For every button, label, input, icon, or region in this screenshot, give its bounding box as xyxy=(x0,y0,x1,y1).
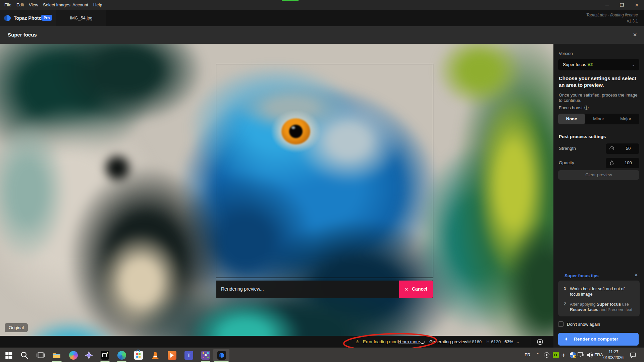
topaz-photo-taskbar-icon[interactable] xyxy=(217,351,226,360)
rendering-text: Rendering preview... xyxy=(221,286,264,292)
height-label: H xyxy=(486,339,489,344)
menu-edit[interactable]: Edit xyxy=(15,0,25,10)
settings-heading: Choose your settings and select an area … xyxy=(559,75,639,88)
opacity-value: 100 xyxy=(617,160,639,165)
statusbar-divider xyxy=(531,337,531,346)
zoom-level[interactable]: 63% xyxy=(504,339,513,344)
focus-boost-segmented-control: None Minor Major xyxy=(558,114,639,124)
focus-boost-minor[interactable]: Minor xyxy=(585,114,612,124)
warning-icon: ⚠ xyxy=(356,339,360,344)
tab-img-54[interactable]: IMG_54.jpg xyxy=(56,10,106,26)
node-editor-app-icon[interactable] xyxy=(201,351,210,360)
width-value: 8160 xyxy=(472,339,482,344)
teams-icon[interactable]: T xyxy=(184,351,193,360)
tip-1-number: 1 xyxy=(564,286,568,291)
loading-spinner-icon xyxy=(419,339,425,345)
movies-app-icon[interactable] xyxy=(168,351,176,360)
vlc-icon[interactable] xyxy=(151,351,160,360)
tips-title: Super focus tips xyxy=(565,273,599,278)
app-name: Topaz Photo xyxy=(14,15,42,21)
progress-indicator-bar xyxy=(282,0,299,1)
minimize-button-icon[interactable]: ─ xyxy=(600,0,614,10)
page-title: Super focus xyxy=(8,32,37,38)
rendering-status-bar: Rendering preview... ✕ Cancel xyxy=(216,281,433,298)
title-bar: File Edit View Select images Account Hel… xyxy=(0,0,644,10)
volume-tray-icon[interactable] xyxy=(586,352,593,358)
tab-bar: Topaz Photo Pro IMG_54.jpg TopazLabs - f… xyxy=(0,10,644,26)
tips-close-icon[interactable]: ✕ xyxy=(633,272,639,278)
close-panel-icon[interactable]: ✕ xyxy=(631,31,639,39)
edge-browser-icon[interactable] xyxy=(117,351,126,360)
menu-file[interactable]: File xyxy=(3,0,13,10)
task-view-icon[interactable] xyxy=(36,351,45,360)
focus-boost-label: Focus boost xyxy=(559,105,583,110)
info-icon[interactable]: ⓘ xyxy=(584,105,589,111)
opacity-label: Opacity xyxy=(559,160,574,165)
menu-account[interactable]: Account xyxy=(71,0,90,10)
sparkles-icon: ✦ xyxy=(564,336,569,342)
strength-input[interactable]: 50 xyxy=(606,143,639,154)
airplane-mode-icon[interactable]: ✈ xyxy=(561,352,566,358)
render-on-computer-button[interactable]: ✦ Render on computer xyxy=(558,333,639,346)
tip-2-text: After applying Super focus use Recover f… xyxy=(570,302,634,312)
license-text: TopazLabs - floating license xyxy=(586,13,638,17)
focus-boost-none[interactable]: None xyxy=(558,114,585,124)
file-explorer-icon[interactable] xyxy=(52,351,61,360)
license-version: v1.3.1 xyxy=(627,19,638,23)
start-button-icon[interactable] xyxy=(4,351,13,360)
status-bar: ⚠ Error loading model Learn more Generat… xyxy=(0,336,553,348)
search-icon[interactable] xyxy=(20,351,29,360)
topaz-logo-icon xyxy=(5,15,11,21)
tray-chevron-up-icon[interactable]: ⌃ xyxy=(536,352,539,357)
screen-record-tray-icon[interactable] xyxy=(544,352,549,358)
strength-label: Strength xyxy=(559,146,576,151)
tips-card: 1 Works best for soft and out of focus i… xyxy=(558,281,640,316)
chevron-down-icon: ⌄ xyxy=(632,59,635,70)
opacity-input[interactable]: 100 xyxy=(606,158,639,168)
clock-date: 01/03/2026 xyxy=(602,355,625,361)
ai-snip-app-icon[interactable]: ✦ xyxy=(101,351,109,360)
close-button-icon[interactable]: ✕ xyxy=(629,0,644,10)
dont-show-checkbox[interactable] xyxy=(558,321,564,327)
image-canvas[interactable]: Rendering preview... ✕ Cancel Original xyxy=(0,44,553,336)
width-label: W xyxy=(467,339,471,344)
menu-view[interactable]: View xyxy=(28,0,40,10)
security-shield-icon[interactable] xyxy=(570,352,576,358)
learn-more-link[interactable]: Learn more xyxy=(398,339,420,344)
tip-2-number: 2 xyxy=(564,302,568,306)
language-code[interactable]: FRA xyxy=(594,352,603,357)
preview-selection-rectangle[interactable] xyxy=(216,64,433,278)
star-app-icon[interactable] xyxy=(85,351,93,360)
menu-select-images[interactable]: Select images xyxy=(42,0,72,10)
notifications-icon[interactable] xyxy=(630,352,636,358)
zoom-chevron-icon[interactable]: ⌄ xyxy=(516,339,520,344)
copilot-icon[interactable] xyxy=(69,351,78,360)
error-message: Error loading model xyxy=(363,339,401,344)
post-process-title: Post process settings xyxy=(559,134,606,139)
version-value: Super focus xyxy=(563,62,586,67)
nvidia-tray-icon[interactable] xyxy=(553,352,559,358)
language-short[interactable]: FR xyxy=(525,352,530,357)
clock[interactable]: 11:27 01/03/2026 xyxy=(602,349,625,361)
network-tray-icon[interactable] xyxy=(578,352,584,358)
dont-show-label: Don't show again xyxy=(567,322,600,327)
height-value: 6120 xyxy=(491,339,501,344)
clock-time: 11:27 xyxy=(602,349,625,355)
cancel-button[interactable]: ✕ Cancel xyxy=(399,281,433,298)
cancel-label: Cancel xyxy=(412,286,427,292)
clear-preview-button[interactable]: Clear preview xyxy=(558,170,639,180)
tip-1-text: Works best for soft and out of focus ima… xyxy=(570,286,634,297)
microsoft-store-icon[interactable] xyxy=(134,351,143,360)
restore-button-icon[interactable]: ❐ xyxy=(614,0,629,10)
version-dropdown[interactable]: Super focusV2 ⌄ xyxy=(558,59,639,70)
super-focus-header: Super focus ✕ xyxy=(0,26,644,44)
cancel-x-icon: ✕ xyxy=(405,287,409,292)
droplet-icon xyxy=(609,160,614,166)
windows-taskbar: ✦ T FR ⌃ ✈ xyxy=(0,348,644,362)
app-logo-strip: Topaz Photo Pro xyxy=(0,10,56,26)
gauge-icon xyxy=(609,146,614,151)
focus-boost-major[interactable]: Major xyxy=(612,114,639,124)
preview-eye-icon[interactable] xyxy=(537,339,543,345)
original-badge: Original xyxy=(5,323,28,332)
menu-help[interactable]: Help xyxy=(92,0,104,10)
